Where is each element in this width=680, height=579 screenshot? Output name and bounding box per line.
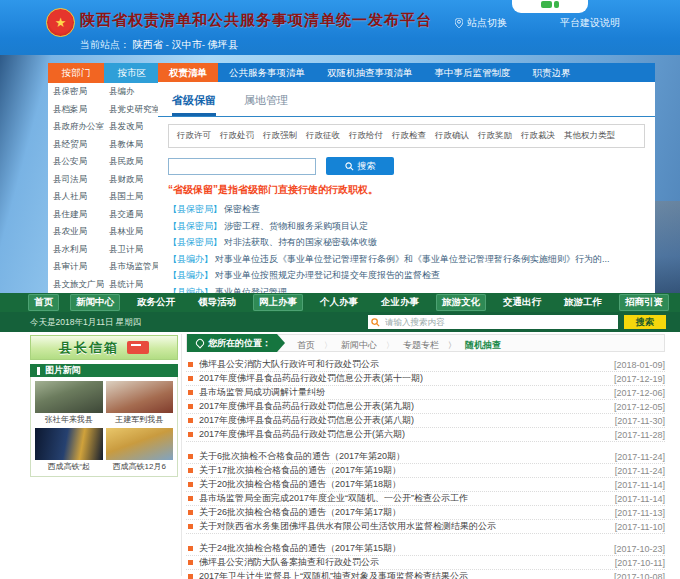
news-title-link[interactable]: 2017年度佛坪县食品药品行政处罚信息公开表(第九期) [199, 400, 597, 413]
power-type-filter-link[interactable]: 行政强制 [263, 130, 297, 142]
department-link[interactable]: 县国土局 [104, 188, 160, 206]
sidebar-tab[interactable]: 按部门 [48, 63, 104, 83]
department-link[interactable]: 县司法局 [48, 171, 104, 189]
department-link[interactable]: 县教体局 [104, 136, 160, 154]
power-type-filter-link[interactable]: 行政奖励 [478, 130, 512, 142]
department-link[interactable]: 县市场监管局 [104, 258, 160, 276]
main-tab[interactable]: 职责边界 [522, 63, 582, 82]
department-link[interactable]: 县人社局 [48, 188, 104, 206]
breadcrumb-link[interactable]: 首页 [297, 340, 315, 350]
department-link[interactable]: 县交通局 [104, 206, 160, 224]
portal-nav-item[interactable]: 首页 [28, 294, 59, 311]
portal-nav-item[interactable]: 领导活动 [192, 294, 242, 311]
news-title-link[interactable]: 关于26批次抽检合格食品的通告（2017年第17期） [199, 506, 597, 519]
platform-info-link[interactable]: 平台建设说明 [560, 16, 620, 30]
site-switch-button[interactable]: 站点切换 [455, 16, 507, 30]
department-link[interactable]: 县审计局 [48, 258, 104, 276]
power-type-filter-link[interactable]: 行政处罚 [220, 130, 254, 142]
main-tab[interactable]: 公共服务事项清单 [218, 63, 316, 82]
news-list-item[interactable]: 佛坪县公安消防大队备案抽查和行政处罚公示 [2017-10-11] [186, 556, 665, 570]
breadcrumb-link[interactable]: 随机抽查 [439, 340, 501, 350]
news-list-item[interactable]: 关于对陕西省水务集团佛坪县供水有限公司生活饮用水监督检测结果的公示 [2017-… [186, 520, 665, 534]
main-tab[interactable]: 权责清单 [158, 63, 218, 82]
news-photo[interactable] [35, 428, 103, 460]
news-list-item[interactable]: 县市场监管局成功调解计量纠纷 [2017-12-06] [186, 386, 665, 400]
power-type-filter-link[interactable]: 行政许可 [177, 130, 211, 142]
power-list-item[interactable]: 【县保密局】对非法获取、持有的国家秘密载体收缴 [168, 234, 645, 251]
portal-nav-item[interactable]: 网上办事 [253, 294, 303, 311]
photo-news-item[interactable]: 西成高铁“起 [35, 428, 103, 472]
department-link[interactable]: 县财政局 [104, 171, 160, 189]
department-link[interactable]: 县农业局 [48, 223, 104, 241]
news-list-item[interactable]: 关于24批次抽检合格食品的通告（2017年第15期） [2017-10-23] [186, 542, 665, 556]
department-link[interactable]: 县编办 [104, 83, 160, 101]
main-tab[interactable]: 双随机抽查事项清单 [316, 63, 424, 82]
photo-news-item[interactable]: 王建军到我县 [106, 381, 174, 425]
portal-nav-item[interactable]: 招商引资 [619, 294, 669, 311]
department-link[interactable]: 县卫计局 [104, 241, 160, 259]
department-link[interactable]: 县政府办公室 [48, 118, 104, 136]
news-photo[interactable] [35, 381, 103, 413]
power-type-filter-link[interactable]: 行政检查 [392, 130, 426, 142]
department-link[interactable]: 县统计局 [104, 276, 160, 294]
news-title-link[interactable]: 2017年度佛坪县食品药品行政处罚信息公开(第六期) [199, 428, 597, 441]
portal-search-button[interactable]: 搜索 [624, 315, 666, 329]
power-type-filter-link[interactable]: 行政征收 [306, 130, 340, 142]
breadcrumb-link[interactable]: 专题专栏 [377, 340, 439, 350]
main-tab[interactable]: 事中事后监管制度 [424, 63, 522, 82]
news-title-link[interactable]: 关于17批次抽检合格食品的通告（2017年第19期） [199, 464, 597, 477]
news-list-item[interactable]: 关于17批次抽检合格食品的通告（2017年第19期） [2017-11-24] [186, 464, 665, 478]
news-title-link[interactable]: 县市场监管局成功调解计量纠纷 [199, 386, 597, 399]
scope-subtab[interactable]: 省级保留 [172, 93, 216, 116]
power-list-item[interactable]: 【县编办】对事业单位违反《事业单位登记管理暂行条例》和《事业单位登记管理暂行条例… [168, 251, 645, 268]
site-path-link[interactable]: 汉中市 [163, 39, 202, 50]
news-title-link[interactable]: 关于6批次抽检不合格食品的通告（2017年第20期） [199, 450, 597, 463]
photo-news-item[interactable]: 西成高铁12月6 [106, 428, 174, 472]
news-list-item[interactable]: 2017年度佛坪县食品药品行政处罚信息公开(第六期) [2017-11-28] [186, 428, 665, 442]
power-type-filter-link[interactable]: 行政确认 [435, 130, 469, 142]
sidebar-tab[interactable]: 按市区 [104, 63, 160, 83]
news-title-link[interactable]: 佛坪县公安消防大队备案抽查和行政处罚公示 [199, 556, 597, 569]
site-path-link[interactable]: 陕西省 [133, 39, 163, 50]
news-title-link[interactable]: 2017年卫生计生监督县上“双随机”抽查对象及事项监督检查结果公示 [199, 570, 597, 579]
news-list-item[interactable]: 2017年卫生计生监督县上“双随机”抽查对象及事项监督检查结果公示 [2017-… [186, 570, 665, 579]
news-title-link[interactable]: 关于20批次抽检合格食品的通告（2017年第18期） [199, 478, 597, 491]
news-title-link[interactable]: 关于对陕西省水务集团佛坪县供水有限公司生活饮用水监督检测结果的公示 [199, 520, 597, 533]
power-search-button[interactable]: 搜索 [326, 157, 394, 175]
news-list-item[interactable]: 关于20批次抽检合格食品的通告（2017年第18期） [2017-11-14] [186, 478, 665, 492]
breadcrumb-link[interactable]: 新闻中心 [315, 340, 377, 350]
news-list-item[interactable]: 2017年度佛坪县食品药品行政处罚信息公开表(第十一期) [2017-12-19… [186, 372, 665, 386]
power-list-item[interactable]: 【县保密局】涉密工程、货物和服务采购项目认定 [168, 218, 645, 235]
portal-nav-item[interactable]: 政务公开 [131, 294, 181, 311]
news-list-item[interactable]: 关于6批次抽检不合格食品的通告（2017年第20期） [2017-11-24] [186, 450, 665, 464]
portal-search-input[interactable] [383, 315, 618, 329]
power-list-item[interactable]: 【县保密局】保密检查 [168, 201, 645, 218]
portal-nav-item[interactable]: 企业办事 [375, 294, 425, 311]
scope-subtab[interactable]: 属地管理 [244, 93, 288, 113]
power-list-item[interactable]: 【县编办】对事业单位按照规定办理登记和提交年度报告的监督检查 [168, 267, 645, 284]
news-list-item[interactable]: 县市场监管局全面完成2017年度企业“双随机、一公开”检查公示工作 [2017-… [186, 492, 665, 506]
department-link[interactable]: 县发改局 [104, 118, 160, 136]
news-title-link[interactable]: 佛坪县公安消防大队行政许可和行政处罚公示 [199, 358, 597, 371]
power-list-item[interactable]: 【县编办】事业单位登记管理 [168, 284, 645, 294]
power-type-filter-link[interactable]: 行政给付 [349, 130, 383, 142]
news-title-link[interactable]: 2017年度佛坪县食品药品行政处罚信息公开表(第八期) [199, 414, 597, 427]
department-link[interactable]: 县档案局 [48, 101, 104, 119]
department-link[interactable]: 县林业局 [104, 223, 160, 241]
department-link[interactable]: 县保密局 [48, 83, 104, 101]
department-link[interactable]: 县党史研究室 [104, 101, 160, 119]
news-title-link[interactable]: 2017年度佛坪县食品药品行政处罚信息公开表(第十一期) [199, 372, 597, 385]
power-type-filter-link[interactable]: 行政裁决 [521, 130, 555, 142]
photo-news-item[interactable]: 张社年来我县 [35, 381, 103, 425]
department-link[interactable]: 县公安局 [48, 153, 104, 171]
portal-nav-item[interactable]: 个人办事 [314, 294, 364, 311]
news-list-item[interactable]: 2017年度佛坪县食品药品行政处罚信息公开表(第八期) [2017-11-30] [186, 414, 665, 428]
power-search-input[interactable] [168, 158, 316, 175]
news-list-item[interactable]: 2017年度佛坪县食品药品行政处罚信息公开表(第九期) [2017-12-05] [186, 400, 665, 414]
portal-nav-item[interactable]: 交通出行 [497, 294, 547, 311]
news-photo[interactable] [106, 428, 174, 460]
portal-nav-item[interactable]: 新闻中心 [70, 294, 120, 311]
department-link[interactable]: 县水利局 [48, 241, 104, 259]
portal-nav-item[interactable]: 旅游文化 [436, 294, 486, 311]
department-link[interactable]: 县民政局 [104, 153, 160, 171]
